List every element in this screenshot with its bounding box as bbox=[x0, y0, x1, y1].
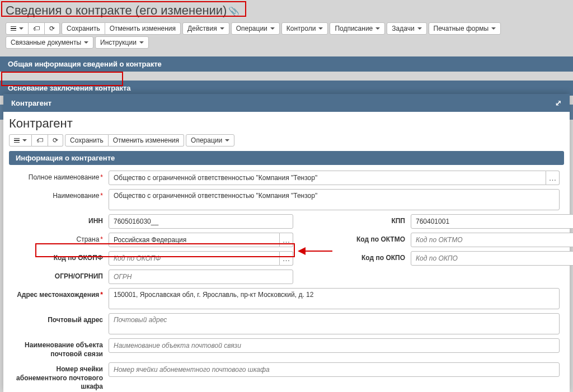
paperclip-icon[interactable]: 📎 bbox=[228, 7, 239, 16]
modal-operations-dropdown[interactable]: Операции bbox=[186, 134, 234, 147]
section-contract-basis[interactable]: Основание заключения контракта bbox=[0, 81, 573, 96]
input-kpp[interactable] bbox=[411, 214, 573, 229]
actions-dropdown[interactable]: Действия bbox=[182, 22, 229, 35]
label-postal-address: Почтовый адрес bbox=[13, 313, 109, 325]
label-address: Адрес местонахождения* bbox=[13, 288, 109, 300]
signing-dropdown[interactable]: Подписание bbox=[330, 22, 385, 35]
modal-save-button[interactable]: Сохранить bbox=[65, 134, 109, 147]
tasks-dropdown[interactable]: Задачи bbox=[387, 22, 426, 35]
input-full-name[interactable] bbox=[109, 171, 546, 185]
modal-section-header: Информация о контрагенте bbox=[9, 151, 564, 165]
cancel-button[interactable]: Отменить изменения bbox=[105, 22, 181, 35]
label-oktmo: Код по ОКТМО bbox=[304, 233, 411, 243]
modal-tag-button[interactable]: 🏷 bbox=[32, 134, 48, 147]
expand-icon[interactable]: ⤢ bbox=[555, 98, 562, 107]
input-name[interactable] bbox=[109, 189, 560, 210]
label-postal-object: Наименование объекта почтовой связи bbox=[13, 338, 109, 358]
label-full-name: Полное наименование* bbox=[13, 171, 109, 182]
input-postal-object[interactable] bbox=[109, 338, 560, 353]
modal-menu-button[interactable] bbox=[9, 134, 32, 147]
input-inn[interactable] bbox=[109, 214, 293, 229]
lookup-full-name[interactable]: … bbox=[546, 171, 560, 185]
input-okpo[interactable] bbox=[411, 251, 573, 266]
modal-cancel-button[interactable]: Отменить изменения bbox=[109, 134, 184, 147]
input-address[interactable] bbox=[109, 288, 560, 309]
instructions-dropdown[interactable]: Инструкции bbox=[95, 36, 149, 49]
history-button[interactable]: ⟳ bbox=[45, 22, 60, 35]
label-country: Страна* bbox=[13, 233, 109, 244]
input-okopf[interactable] bbox=[109, 251, 280, 266]
tag-button[interactable]: 🏷 bbox=[29, 22, 45, 35]
lookup-okopf[interactable]: … bbox=[280, 251, 293, 266]
counterparty-modal: Контрагент ⤢ Контрагент 🏷 ⟳ Сохранить От… bbox=[3, 94, 570, 392]
operations-dropdown[interactable]: Операции bbox=[231, 22, 280, 35]
label-inn: ИНН bbox=[13, 214, 109, 226]
label-name: Наименование* bbox=[13, 189, 109, 201]
input-country[interactable] bbox=[109, 233, 280, 247]
section-general-info[interactable]: Общая информация сведений о контракте bbox=[0, 56, 573, 72]
save-button[interactable]: Сохранить bbox=[62, 22, 105, 35]
input-ogrn[interactable] bbox=[109, 270, 293, 284]
related-docs-dropdown[interactable]: Связанные документы bbox=[6, 36, 93, 49]
label-okopf: Код по ОКОПФ bbox=[13, 251, 109, 263]
label-ogrn: ОГРН/ОГРНИП bbox=[13, 270, 109, 281]
label-kpp: КПП bbox=[304, 214, 411, 225]
modal-title: Контрагент bbox=[9, 116, 564, 131]
print-forms-dropdown[interactable]: Печатные формы bbox=[429, 22, 501, 35]
page-title: Сведения о контракте (его изменении)📎 bbox=[0, 0, 573, 21]
controls-dropdown[interactable]: Контроли bbox=[281, 22, 328, 35]
input-postal-address[interactable] bbox=[109, 313, 560, 334]
input-oktmo[interactable] bbox=[411, 233, 573, 247]
modal-header-title: Контрагент bbox=[11, 99, 51, 107]
modal-history-button[interactable]: ⟳ bbox=[48, 134, 63, 147]
label-po-box: Номер ячейки абонементного почтового шка… bbox=[13, 362, 109, 391]
lookup-country[interactable]: … bbox=[280, 233, 293, 247]
input-po-box[interactable] bbox=[109, 362, 560, 377]
menu-button[interactable] bbox=[6, 22, 29, 35]
label-okpo: Код по ОКПО bbox=[304, 251, 411, 262]
main-toolbar: 🏷 ⟳ Сохранить Отменить изменения Действи… bbox=[0, 21, 573, 50]
